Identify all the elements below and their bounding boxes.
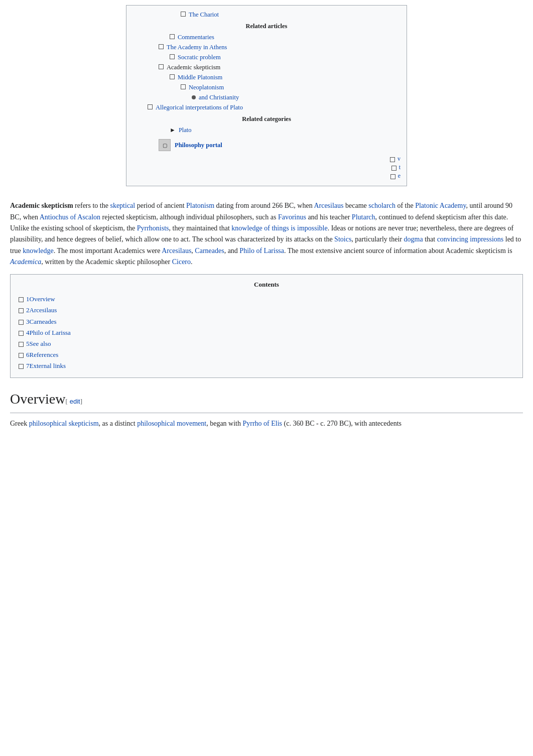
edit-bracket-close: ] <box>80 398 82 405</box>
contents-list: 1Overview 2Arcesilaus 3Carneades 4Philo … <box>19 294 514 371</box>
socratic-link[interactable]: Socratic problem <box>178 52 221 62</box>
overview-heading: Overview[edit] <box>10 388 523 413</box>
navbox-row-plato: ► Plato <box>132 125 401 135</box>
favorinus-link[interactable]: Favorinus <box>278 213 306 221</box>
knowledge-link[interactable]: knowledge <box>23 247 53 255</box>
intro-text12: , particularly their <box>351 235 404 243</box>
contents-item-4: 4Philo of Larissa <box>19 327 514 338</box>
contents-item-3: 3Carneades <box>19 316 514 327</box>
allegorical-link[interactable]: Allegorical interpretations of Plato <box>156 102 243 112</box>
contents-label-5: See also <box>30 340 51 347</box>
scholarch-link[interactable]: scholarch <box>368 202 395 209</box>
bullet-icon <box>170 74 175 79</box>
contents-see-also-link[interactable]: 5See also <box>26 338 51 349</box>
intro-text4: became <box>344 202 369 209</box>
related-categories-header: Related categories <box>132 115 401 123</box>
stoics-link[interactable]: Stoics <box>334 235 351 243</box>
bullet-icon <box>148 104 153 109</box>
overview-text2: , as a distinct <box>99 420 138 427</box>
academic-skepticism-text: Academic skepticism <box>167 62 220 72</box>
navbox: The Chariot Related articles Commentarie… <box>126 5 407 186</box>
vte-row-e: e <box>390 172 401 180</box>
bullet-icon <box>391 166 396 171</box>
philosophical-skepticism-link[interactable]: philosophical skepticism <box>29 420 99 427</box>
vte-v-link[interactable]: v <box>397 155 401 163</box>
neoplatonism-link[interactable]: Neoplatonism <box>189 82 224 92</box>
academy-link[interactable]: The Academy in Athens <box>167 42 227 52</box>
philo-larissa-link[interactable]: Philo of Larissa <box>239 247 284 255</box>
dogma-link[interactable]: dogma <box>404 235 423 243</box>
vte-box: v t e <box>132 155 401 180</box>
bullet-icon <box>390 157 395 162</box>
vte-e-link[interactable]: e <box>398 172 401 180</box>
bullet-icon <box>159 64 164 69</box>
intro-text17: , and <box>224 247 240 255</box>
pyrrho-link[interactable]: Pyrrho of Elis <box>243 420 283 427</box>
contents-label-4: Philo of Larissa <box>30 329 71 336</box>
arcesilaus2-link[interactable]: Arcesilaus <box>162 247 191 255</box>
contents-label-2: Arcesilaus <box>30 306 57 314</box>
overview-edit-link[interactable]: edit <box>70 398 80 405</box>
philosophy-portal-link[interactable]: Philosophy portal <box>175 142 222 149</box>
bullet-icon <box>170 54 175 59</box>
platonism-link[interactable]: Platonism <box>186 202 214 209</box>
carneades-link[interactable]: Carneades <box>195 247 224 255</box>
navbox-row-academy: The Academy in Athens <box>132 42 401 52</box>
contents-carneades-link[interactable]: 3Carneades <box>26 316 57 327</box>
contents-references-link[interactable]: 6References <box>26 349 58 360</box>
navbox-row-neoplatonism: Neoplatonism <box>132 82 401 92</box>
intro-paragraph: Academic skepticism refers to the skepti… <box>10 200 523 268</box>
knowledge-impossible-link[interactable]: knowledge of things is impossible <box>231 224 327 232</box>
contents-item-5: 5See also <box>19 338 514 349</box>
intro-text7: rejected skepticism, although individual… <box>100 213 278 221</box>
contents-item-1: 1Overview <box>19 294 514 305</box>
navbox-row-allegorical: Allegorical interpretations of Plato <box>132 102 401 112</box>
bullet-icon <box>390 174 395 179</box>
intro-text20: . <box>191 258 193 266</box>
navbox-row-commentaries: Commentaries <box>132 32 401 42</box>
overview-text1: Greek <box>10 420 29 427</box>
bullet-icon <box>19 308 24 313</box>
middle-platonism-link[interactable]: Middle Platonism <box>178 72 222 82</box>
navbox-row-academic-skep: Academic skepticism <box>132 62 401 72</box>
skeptical-link[interactable]: skeptical <box>110 202 135 209</box>
convincing-impressions-link[interactable]: convincing impressions <box>437 235 504 243</box>
bullet-icon <box>19 364 24 369</box>
contents-label-3: Carneades <box>30 318 57 325</box>
plutarch-link[interactable]: Plutarch <box>352 213 375 221</box>
plato-link[interactable]: Plato <box>179 125 192 135</box>
commentaries-link[interactable]: Commentaries <box>178 32 214 42</box>
intro-text18: . The most extensive ancient source of i… <box>284 247 512 255</box>
navbox-row-middle-plat: Middle Platonism <box>132 72 401 82</box>
contents-item-7: 7External links <box>19 360 514 371</box>
antiochus-link[interactable]: Antiochus of Ascalon <box>40 213 100 221</box>
contents-overview-link[interactable]: 1Overview <box>26 294 55 305</box>
contents-external-link[interactable]: 7External links <box>26 360 66 371</box>
related-articles-header: Related articles <box>132 23 401 30</box>
overview-text3: , began with <box>206 420 242 427</box>
intro-text2: period of ancient <box>135 202 186 209</box>
contents-label-1: Overview <box>30 295 55 303</box>
christianity-link[interactable]: and Christianity <box>199 92 239 102</box>
contents-arcesilaus-link[interactable]: 2Arcesilaus <box>26 305 57 316</box>
arcesilaus-link[interactable]: Arcesilaus <box>314 202 343 209</box>
cicero-link[interactable]: Cicero <box>172 258 191 266</box>
bullet-icon <box>19 342 24 347</box>
chariot-link[interactable]: The Chariot <box>189 10 219 20</box>
bullet-icon <box>19 320 24 325</box>
contents-label-6: References <box>30 351 59 358</box>
contents-item-6: 6References <box>19 349 514 360</box>
overview-paragraph: Greek philosophical skepticism, as a dis… <box>10 418 523 429</box>
circle-bullet-icon <box>192 95 196 99</box>
contents-item-2: 2Arcesilaus <box>19 305 514 316</box>
contents-philo-link[interactable]: 4Philo of Larissa <box>26 327 71 338</box>
philosophical-movement-link[interactable]: philosophical movement <box>137 420 206 427</box>
bullet-icon <box>19 331 24 336</box>
intro-text3: dating from around 266 BC, when <box>214 202 314 209</box>
arrow-icon: ► <box>170 125 176 135</box>
pyrrhonists-link[interactable]: Pyrrhonists <box>137 224 169 232</box>
bold-term: Academic skepticism <box>10 202 73 209</box>
academica-link[interactable]: Academica <box>10 258 41 266</box>
vte-t-link[interactable]: t <box>399 164 401 171</box>
platonic-academy-link[interactable]: Platonic Academy <box>415 202 466 209</box>
